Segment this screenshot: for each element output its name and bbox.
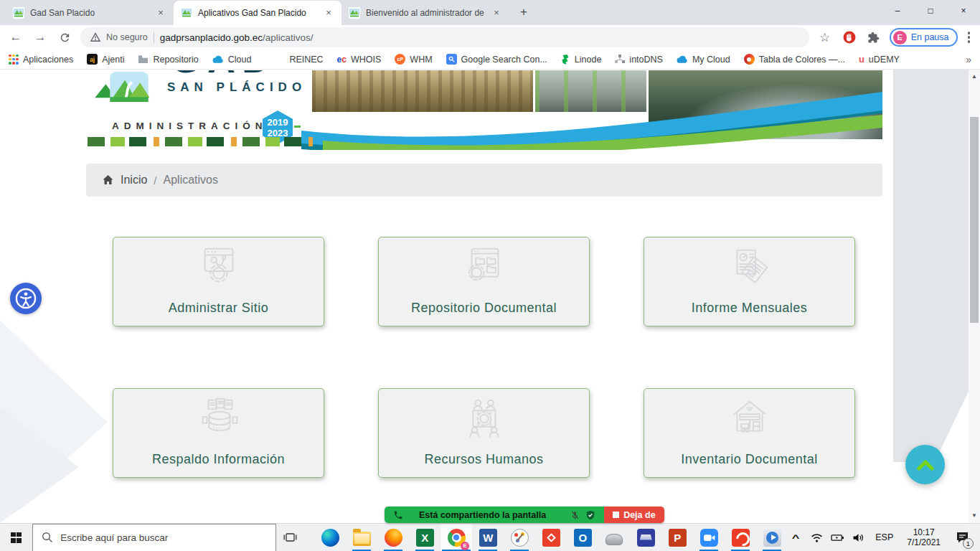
tab-administrador[interactable]: Bienvenido al administrador de I × [341,1,509,25]
stop-sharing-button[interactable]: Deja de [604,507,664,523]
taskbar-scanner[interactable] [630,524,661,551]
site-admin-icon [191,240,247,296]
taskbar-chrome[interactable]: E [440,524,472,551]
taskbar-file-explorer[interactable] [346,524,377,551]
bookmark-linode[interactable]: Linode [561,55,602,65]
taskbar-firefox[interactable] [377,524,409,551]
bookmark-whm[interactable]: cP WHM [395,54,432,65]
breadcrumb-home-link[interactable]: Inicio [121,174,147,187]
paint-icon [511,529,529,547]
bookmark-reinec[interactable]: REINEC [289,55,323,65]
bookmark-tabla-colores[interactable]: Tabla de Colores —... [744,54,845,65]
stop-sharing-label: Deja de [623,510,655,520]
background-diagonal-band [893,70,969,462]
bookmark-my-cloud[interactable]: My Cloud [677,55,730,65]
taskbar-edge[interactable] [314,524,346,551]
folder-icon [138,55,149,64]
scanner-app-icon [637,529,655,547]
media-player-icon [763,529,781,547]
hidden-icons-chevron[interactable]: ^ [785,524,807,551]
taskbar-powerpoint[interactable]: P [661,524,693,551]
taskbar-search-input[interactable] [60,532,240,543]
taskbar-deployment-tool[interactable] [535,524,567,551]
bookmark-aplicaciones[interactable]: Aplicaciones [9,55,73,65]
tile-repositorio-documental[interactable]: Repositorio Documental [378,237,590,326]
tab-title: Aplicativos Gad San Placido [198,8,317,18]
word-icon: W [479,529,497,547]
battery-icon[interactable] [829,524,845,551]
language-indicator[interactable]: ESP [871,532,897,542]
reload-icon[interactable] [56,29,73,46]
security-label[interactable]: No seguro [106,32,148,42]
tile-recursos-humanos[interactable]: Recursos Humanos [378,388,590,478]
clock[interactable]: 10:17 7/1/2021 [903,527,945,548]
edge-icon [321,529,339,547]
bookmark-ajenti[interactable]: aj Ajenti [87,54,124,65]
accessibility-widget-button[interactable] [10,283,42,314]
page-scrollbar[interactable]: ▲ ▼ [969,70,980,523]
back-icon[interactable]: ← [7,29,24,46]
url-text[interactable]: gadprsanplacido.gob.ec/aplicativos/ [160,32,314,43]
scrollbar-up-icon[interactable]: ▲ [969,71,980,83]
cloud-icon [677,55,688,64]
notification-center-button[interactable]: 1 [950,524,974,551]
site-favicon-icon [181,7,192,19]
task-view-button[interactable] [276,524,304,551]
scrollbar-down-icon[interactable]: ▼ [969,510,980,522]
bookmark-repositorio[interactable]: Repositorio [138,55,198,65]
content-blocker-icon[interactable] [841,29,858,46]
taskbar-outlook[interactable]: O [567,524,598,551]
scroll-to-top-button[interactable] [905,445,945,484]
scrollbar-thumb[interactable] [970,117,979,323]
tab-close-icon[interactable]: × [491,7,502,19]
forward-icon[interactable]: → [32,29,49,46]
profile-button[interactable]: E En pausa [890,28,958,47]
human-resources-icon [456,392,512,448]
tile-informe-mensuales[interactable]: Informe Mensuales [644,237,855,326]
window-close-icon[interactable]: × [947,0,980,22]
taskbar-excel[interactable]: X [409,524,440,551]
window-minimize-icon[interactable]: – [881,0,914,22]
tab-close-icon[interactable]: × [323,7,334,19]
tile-inventario-documental[interactable]: Inventario Documental [644,388,855,478]
address-bar[interactable]: No seguro gadprsanplacido.gob.ec/aplicat… [80,27,809,47]
extensions-puzzle-icon[interactable] [865,29,882,46]
bookmark-intodns[interactable]: intoDNS [615,55,663,65]
browser-tab-strip: Gad San Placido × Aplicativos Gad San Pl… [0,0,980,25]
share-status-section: Está compartiendo la pantalla [385,507,604,523]
taskbar-paint[interactable] [504,524,535,551]
red-diamond-app-icon [542,529,560,547]
bookmarks-overflow-icon[interactable]: » [966,54,971,65]
start-button[interactable] [0,524,32,551]
tile-respaldo-informacion[interactable]: Respaldo Información [113,388,324,478]
bookmark-search-console[interactable]: Google Search Con... [446,54,547,65]
browser-menu-icon[interactable] [965,29,974,46]
wifi-icon[interactable] [809,524,824,551]
taskbar-printer-utility[interactable] [598,524,630,551]
taskbar-zoom[interactable] [693,524,725,551]
whm-icon: cP [395,54,405,65]
document-inventory-icon [722,392,778,448]
taskbar-search-box[interactable] [32,524,276,551]
taskbar-word[interactable]: W [472,524,504,551]
speaker-icon[interactable] [850,524,866,551]
bookmark-star-icon[interactable]: ☆ [816,29,834,46]
bookmark-udemy[interactable]: u uDEMY [859,54,900,65]
not-secure-warning-icon [90,32,100,42]
web-page-content: GAD SAN PLÁCIDO ADMINISTRACIÓN 2019 2023… [0,70,980,523]
profile-status-label: En pausa [911,32,949,42]
search-icon [42,532,53,543]
udemy-icon: u [859,54,864,65]
bookmark-whois[interactable]: ec WHOIS [337,55,382,65]
tile-administrar-sitio[interactable]: Administrar Sitio [113,237,324,326]
new-tab-button[interactable]: + [514,3,534,23]
tab-aplicativos-active[interactable]: Aplicativos Gad San Placido × [174,1,341,25]
taskbar-pdf-reader[interactable] [725,524,756,551]
share-message: Está compartiendo la pantalla [409,510,565,520]
taskbar-media-player[interactable] [756,524,788,551]
tab-gad-san-placido[interactable]: Gad San Placido × [6,1,174,25]
tab-close-icon[interactable]: × [155,7,166,19]
gad-logo-icon [93,72,165,102]
window-maximize-icon[interactable]: □ [914,0,947,22]
bookmark-cloud[interactable]: Cloud [212,55,252,65]
